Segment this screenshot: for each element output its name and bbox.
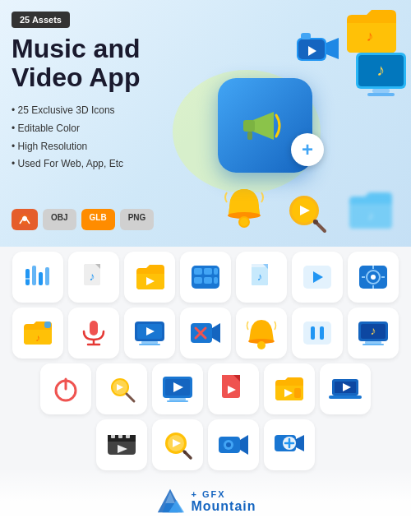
search-play-cell[interactable] — [152, 419, 203, 470]
svg-point-119 — [226, 442, 231, 447]
video-camera-cell[interactable] — [208, 419, 259, 470]
watermark-text-block: + GFX Mountain — [191, 489, 256, 514]
grid-row-3 — [8, 363, 403, 414]
laptop-play-cell[interactable] — [320, 363, 371, 414]
blurred-folder-3d: ♪ — [347, 190, 395, 234]
music-file-blue-cell[interactable]: ♪ — [236, 252, 287, 303]
svg-rect-29 — [39, 272, 43, 285]
page-wrapper: 25 Assets Music and Video App 25 Exclusi… — [0, 0, 411, 532]
svg-rect-5 — [243, 120, 255, 132]
svg-rect-30 — [45, 267, 49, 285]
svg-rect-77 — [320, 326, 324, 340]
svg-rect-92 — [169, 398, 186, 400]
grid-row-1: ♪ ♪ — [8, 252, 403, 303]
svg-rect-6 — [247, 132, 252, 140]
power-cell[interactable] — [40, 363, 91, 414]
gfx-text: + GFX — [191, 489, 256, 499]
bell-3d — [224, 186, 265, 232]
mute-video-cell[interactable] — [180, 308, 231, 359]
hero-title: Music and Video App — [12, 35, 140, 92]
hero-text-area: Music and Video App 25 Exclusive 3D Icon… — [12, 35, 140, 173]
svg-marker-4 — [253, 112, 274, 140]
svg-rect-81 — [365, 341, 381, 344]
svg-rect-43 — [214, 277, 218, 284]
svg-rect-82 — [363, 344, 384, 345]
svg-rect-93 — [167, 400, 188, 402]
svg-rect-11 — [301, 33, 311, 39]
svg-rect-27 — [25, 269, 30, 285]
svg-marker-117 — [240, 435, 248, 455]
svg-text:♪: ♪ — [90, 270, 95, 283]
png-badge: PNG — [120, 209, 155, 230]
svg-point-74 — [257, 341, 266, 349]
svg-point-20 — [240, 218, 248, 226]
svg-text:♪: ♪ — [376, 61, 385, 79]
video-screen-cell[interactable] — [124, 308, 175, 359]
mountain-logo-icon — [155, 486, 186, 517]
music-monitor-cell[interactable]: ♪ — [348, 308, 399, 359]
svg-text:♪: ♪ — [367, 28, 374, 44]
svg-rect-96 — [222, 375, 233, 382]
monitor-3d: ♪ — [354, 51, 408, 102]
video-grid-cell[interactable] — [180, 252, 231, 303]
svg-rect-15 — [372, 89, 390, 93]
bell-icon-cell[interactable] — [236, 308, 287, 359]
svg-rect-38 — [194, 268, 202, 275]
svg-point-115 — [183, 451, 187, 454]
feature-3: High Resolution — [12, 138, 140, 156]
svg-rect-108 — [118, 433, 122, 438]
feature-2: Editable Color — [12, 120, 140, 138]
svg-marker-70 — [212, 323, 220, 343]
obj-badge: OBJ — [43, 209, 76, 230]
svg-rect-40 — [194, 277, 202, 284]
play-file-cell[interactable] — [208, 363, 259, 414]
svg-line-88 — [127, 394, 134, 401]
svg-text:♪: ♪ — [368, 209, 374, 222]
play-search-3d — [286, 192, 329, 238]
equalizer-icon-cell[interactable] — [12, 252, 63, 303]
feature-1: 25 Exclusive 3D Icons — [12, 102, 140, 120]
settings-video-cell[interactable] — [348, 252, 399, 303]
svg-rect-67 — [141, 341, 158, 344]
svg-rect-103 — [329, 396, 362, 399]
watermark-logo: + GFX Mountain — [155, 486, 256, 517]
pause-cell[interactable] — [292, 308, 343, 359]
svg-rect-75 — [303, 322, 331, 345]
play-button-cell[interactable] — [292, 252, 343, 303]
format-badges: OBJ GLB PNG — [12, 209, 154, 230]
microphone-cell[interactable] — [68, 308, 119, 359]
megaphone-icon-3d: + — [218, 78, 312, 173]
svg-marker-10 — [326, 38, 339, 59]
monitor-play-cell[interactable] — [152, 363, 203, 414]
svg-rect-16 — [367, 93, 395, 96]
svg-rect-28 — [32, 266, 36, 285]
search-music-cell[interactable] — [96, 363, 147, 414]
grid-row-2: ♪ ♪ — [8, 308, 403, 359]
grid-row-4 — [8, 419, 403, 470]
svg-text:♪: ♪ — [371, 324, 376, 337]
svg-rect-61 — [90, 321, 98, 335]
music-note-file-cell[interactable]: ♪ — [68, 252, 119, 303]
video-folder-cell[interactable] — [264, 363, 315, 414]
svg-point-54 — [371, 275, 376, 280]
svg-rect-99 — [294, 388, 301, 398]
svg-point-25 — [313, 220, 318, 224]
folder-music-cell[interactable]: ♪ — [12, 308, 63, 359]
svg-text:♪: ♪ — [257, 271, 263, 283]
svg-rect-68 — [139, 344, 160, 345]
blend-badge — [12, 209, 38, 230]
svg-text:♪: ♪ — [35, 332, 40, 344]
assets-badge: 25 Assets — [12, 12, 70, 28]
svg-rect-60 — [44, 322, 51, 328]
mountain-text: Mountain — [191, 499, 256, 514]
add-media-cell[interactable] — [264, 419, 315, 470]
hero-features: 25 Exclusive 3D Icons Editable Color Hig… — [12, 102, 140, 173]
svg-rect-42 — [214, 268, 218, 275]
svg-rect-109 — [126, 433, 130, 438]
play-folder-cell[interactable] — [124, 252, 175, 303]
film-cell[interactable] — [96, 419, 147, 470]
svg-rect-107 — [111, 433, 115, 438]
svg-rect-39 — [204, 268, 212, 275]
hero-section: 25 Assets Music and Video App 25 Exclusi… — [0, 0, 411, 247]
feature-4: Used For Web, App, Etc — [12, 155, 140, 173]
